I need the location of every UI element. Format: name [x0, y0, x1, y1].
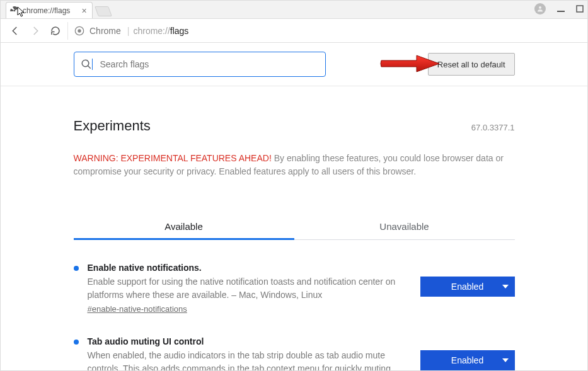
warning-text: WARNING: EXPERIMENTAL FEATURES AHEAD! By…	[74, 152, 515, 178]
new-tab-button[interactable]	[95, 6, 112, 16]
flag-description: Enable support for using the native noti…	[88, 275, 408, 302]
flag-title: Enable native notifications.	[88, 263, 408, 273]
flag-dropdown-value: Enabled	[451, 355, 483, 365]
window-controls	[534, 3, 584, 14]
url-context-label: Chrome	[89, 26, 121, 36]
address-bar: Chrome | chrome://flags	[1, 19, 587, 43]
svg-point-1	[539, 6, 541, 9]
svg-point-5	[78, 29, 81, 32]
flag-dropdown-value: Enabled	[451, 282, 483, 292]
reset-all-button[interactable]: Reset all to default	[428, 53, 515, 76]
browser-window: chrome://flags × Chrome	[0, 0, 588, 371]
search-box[interactable]	[74, 52, 326, 77]
back-button[interactable]	[7, 23, 23, 39]
close-tab-icon[interactable]: ×	[81, 6, 86, 15]
experiment-dot-icon	[74, 340, 79, 345]
tab-unavailable[interactable]: Unavailable	[294, 214, 515, 239]
chevron-down-icon	[502, 285, 509, 288]
flags-content: Experiments 67.0.3377.1 WARNING: EXPERIM…	[74, 86, 515, 371]
svg-point-0	[14, 9, 16, 11]
flag-dropdown[interactable]: Enabled	[420, 277, 515, 297]
version-label: 67.0.3377.1	[471, 123, 515, 132]
tab-title: chrome://flags	[23, 6, 70, 15]
url-path: flags	[170, 26, 189, 36]
flag-tabs: Available Unavailable	[74, 214, 515, 240]
cursor-icon	[17, 6, 26, 18]
minimize-icon[interactable]	[557, 5, 565, 13]
flags-toolbar: Reset all to default	[1, 43, 587, 86]
flag-description: When enabled, the audio indicators in th…	[88, 349, 408, 371]
warning-prefix: WARNING: EXPERIMENTAL FEATURES AHEAD!	[74, 153, 272, 163]
reload-button[interactable]	[47, 23, 64, 39]
flag-row: Tab audio muting UI control When enabled…	[74, 336, 515, 371]
page-title: Experiments	[74, 118, 151, 134]
flag-title: Tab audio muting UI control	[88, 336, 408, 346]
svg-rect-2	[557, 11, 565, 12]
chrome-icon	[74, 26, 84, 36]
flag-row: Enable native notifications. Enable supp…	[74, 263, 515, 314]
search-input[interactable]	[99, 59, 319, 70]
text-caret	[92, 59, 93, 70]
chevron-down-icon	[502, 358, 509, 362]
tab-available[interactable]: Available	[74, 214, 294, 239]
svg-rect-3	[577, 6, 583, 12]
url-scheme: chrome://	[133, 26, 170, 36]
maximize-icon[interactable]	[576, 5, 584, 13]
forward-button[interactable]	[27, 23, 43, 39]
profile-icon[interactable]	[534, 3, 546, 14]
flag-hash-link[interactable]: #enable-native-notifications	[88, 304, 187, 314]
experiment-dot-icon	[74, 266, 79, 271]
flag-dropdown[interactable]: Enabled	[420, 350, 515, 370]
search-icon	[81, 59, 92, 70]
titlebar: chrome://flags ×	[1, 1, 587, 19]
url-field[interactable]: Chrome | chrome://flags	[67, 22, 581, 40]
